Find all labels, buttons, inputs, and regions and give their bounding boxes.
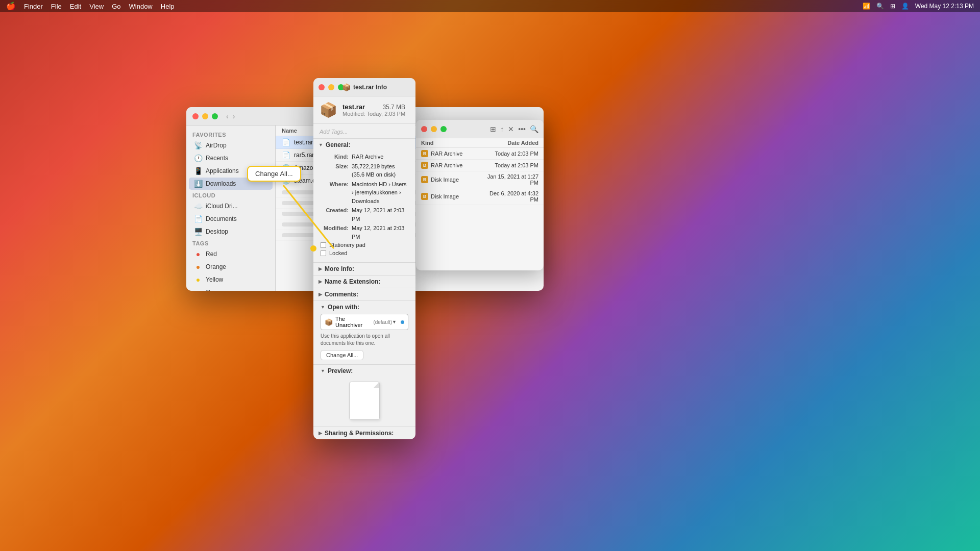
info-minimize-button[interactable] [328,84,334,90]
where-value: Macintosh HD › Users › jeremylaukkonen ›… [352,180,408,206]
kind-row: Kind: RAR Archive [321,153,408,161]
menubar-file[interactable]: File [51,3,62,10]
back-button[interactable]: ‹ [226,112,229,120]
sharing-triangle: ▶ [318,431,322,436]
maximize-button[interactable] [212,113,218,119]
kind-col-header: Kind [421,140,480,146]
b-kind-2: Disk Image [431,177,485,183]
name-ext-header[interactable]: ▶ Name & Extension: [313,276,415,288]
sidebar-tag-green[interactable]: ● Green [189,286,273,291]
file-icon-rar5: 📄 [282,151,290,159]
general-triangle-icon: ▼ [318,142,323,147]
share-icon[interactable]: ↑ [500,125,504,133]
sidebar-item-documents[interactable]: 📄 Documents [189,213,273,225]
applications-icon: 📱 [194,167,202,175]
browser-col-header: Kind Date Added [416,138,544,148]
menubar-help[interactable]: Help [161,3,175,10]
name-ext-label: Name & Extension: [325,278,380,285]
minimize-button[interactable] [202,113,208,119]
search-icon[interactable]: 🔍 [876,3,884,10]
action-icon[interactable]: ✕ [508,125,514,133]
more-icon[interactable]: ••• [518,125,526,133]
menubar-finder[interactable]: Finder [24,3,43,10]
info-titlebar: 📦 test.rar Info [313,78,415,96]
kind-value: RAR Archive [352,153,408,161]
locked-label: Locked [329,250,347,256]
browser-row-0[interactable]: B RAR Archive Today at 2:03 PM [416,148,544,160]
app-dropdown[interactable]: 📦 The Unarchiver (default) ▼ [321,314,408,330]
apple-menu[interactable]: 🍎 [6,2,16,11]
comments-section: ▶ Comments: [313,288,415,301]
datetime: Wed May 12 2:13 PM [915,3,974,10]
browser-toolbar: ⊞ ↑ ✕ ••• 🔍 [490,125,538,133]
sidebar-documents-label: Documents [206,215,237,222]
sidebar-tag-red[interactable]: ● Red [189,248,273,260]
preview-file-area [321,378,408,424]
menubar-view[interactable]: View [89,3,104,10]
browser-row-2[interactable]: B Disk Image Jan 15, 2021 at 1:27 PM [416,171,544,188]
sidebar-item-desktop[interactable]: 🖥️ Desktop [189,226,273,238]
airdrop-icon: 📡 [194,141,202,149]
finder-sidebar: Favorites 📡 AirDrop 🕐 Recents 📱 Applicat… [186,126,276,291]
browser-close-button[interactable] [421,126,427,132]
info-window: 📦 test.rar Info 📦 test.rar 35.7 MB Modif… [313,78,415,439]
sidebar-tag-yellow[interactable]: ● Yellow [189,273,273,286]
more-info-header[interactable]: ▶ More Info: [313,263,415,275]
menubar-window[interactable]: Window [129,3,153,10]
more-info-section: ▶ More Info: [313,263,415,276]
browser-row-3[interactable]: B Disk Image Dec 6, 2020 at 4:32 PM [416,188,544,205]
yellow-tag-icon: ● [194,276,202,284]
kind-label: Kind: [321,153,349,161]
sharing-header[interactable]: ▶ Sharing & Permissions: [318,430,410,437]
sidebar-item-recents[interactable]: 🕐 Recents [189,152,273,164]
b-letter-2: B [421,176,428,183]
browser-minimize-button[interactable] [431,126,437,132]
finder-change-all-popup[interactable]: Change All... [247,166,301,182]
open-with-label: Open with: [328,304,359,311]
sidebar-tag-orange[interactable]: ● Orange [189,261,273,273]
sidebar-item-airdrop[interactable]: 📡 AirDrop [189,139,273,152]
locked-checkbox[interactable] [321,251,326,256]
app-name: The Unarchiver [335,316,371,328]
menubar-edit[interactable]: Edit [70,3,81,10]
info-tags-input[interactable]: Add Tags... [313,124,415,139]
comments-header[interactable]: ▶ Comments: [313,288,415,300]
forward-button[interactable]: › [233,112,235,120]
locked-row: Locked [321,250,408,256]
control-icon[interactable]: ⊞ [890,3,895,10]
stationery-checkbox[interactable] [321,242,326,248]
b-letter-1: B [421,162,428,169]
user-icon[interactable]: 👤 [901,3,909,10]
info-change-all-button[interactable]: Change All... [321,350,363,360]
name-ext-triangle: ▶ [318,279,322,284]
info-large-icon: 📦 [320,102,337,118]
sidebar-downloads-label: Downloads [206,180,236,187]
browser-window-buttons [421,126,447,132]
sidebar-icloud-label: iCloud Dri... [206,203,238,210]
red-label: Red [206,251,217,258]
close-button[interactable] [192,113,199,119]
tags-label: Tags [186,238,275,247]
b-letter-0: B [421,150,428,157]
comments-label: Comments: [325,291,358,298]
view-icon[interactable]: ⊞ [490,125,496,133]
info-modified: Modified: Today, 2:03 PM [342,111,405,117]
more-info-label: More Info: [325,265,354,272]
favorites-label: Favorites [186,130,275,139]
general-label: General: [326,141,351,148]
menubar-go[interactable]: Go [112,3,120,10]
general-section-header[interactable]: ▼ General: [313,139,415,151]
finder-browser-window: ⊞ ↑ ✕ ••• 🔍 Kind Date Added B RAR Archiv… [416,120,544,270]
open-with-header[interactable]: ▼ Open with: [321,304,408,311]
preview-header[interactable]: ▼ Preview: [321,367,408,374]
general-content: Kind: RAR Archive Size: 35,722,219 bytes… [313,151,415,262]
info-close-button[interactable] [318,84,325,90]
browser-maximize-button[interactable] [440,126,447,132]
green-label: Green [206,289,223,291]
browser-search-icon[interactable]: 🔍 [530,125,538,133]
sidebar-item-icloud[interactable]: ☁️ iCloud Dri... [189,200,273,212]
menubar: 🍎 Finder File Edit View Go Window Help 📶… [0,0,980,12]
general-section: ▼ General: Kind: RAR Archive Size: 35,72… [313,139,415,263]
preview-icon [349,382,380,420]
browser-row-1[interactable]: B RAR Archive Today at 2:03 PM [416,160,544,171]
